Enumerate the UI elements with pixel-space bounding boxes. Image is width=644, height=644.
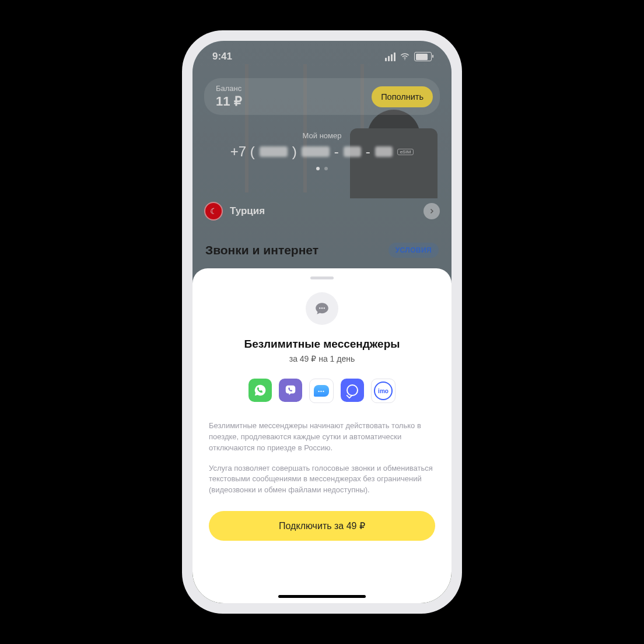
connect-button[interactable]: Подключить за 49 ₽ xyxy=(209,511,435,541)
sheet-title: Безлимитные мессенджеры xyxy=(209,338,435,351)
app-icons-row: imo xyxy=(209,379,435,403)
phone-frame: 9:41 Баланс 11 ₽ Пополнить xyxy=(182,30,462,614)
sheet-handle[interactable] xyxy=(310,276,334,279)
imo-icon-text: imo xyxy=(374,382,393,400)
screen: 9:41 Баланс 11 ₽ Пополнить xyxy=(192,41,452,603)
sheet-price: за 49 ₽ на 1 день xyxy=(209,354,435,363)
sheet-description-1: Безлимитные мессенджеры начинают действо… xyxy=(209,421,435,454)
svg-point-2 xyxy=(321,307,323,309)
bottom-sheet: Безлимитные мессенджеры за 49 ₽ на 1 ден… xyxy=(192,268,452,603)
chat-icon xyxy=(306,292,338,325)
svg-point-1 xyxy=(319,307,320,309)
sheet-description-2: Услуга позволяет совершать голосовые зво… xyxy=(209,463,435,496)
imessage-icon xyxy=(309,379,334,403)
imo-icon: imo xyxy=(371,379,396,403)
whatsapp-icon xyxy=(249,379,272,402)
home-indicator[interactable] xyxy=(278,595,366,598)
svg-point-3 xyxy=(324,307,325,309)
signal-icon xyxy=(341,379,364,402)
viber-icon xyxy=(279,379,302,402)
